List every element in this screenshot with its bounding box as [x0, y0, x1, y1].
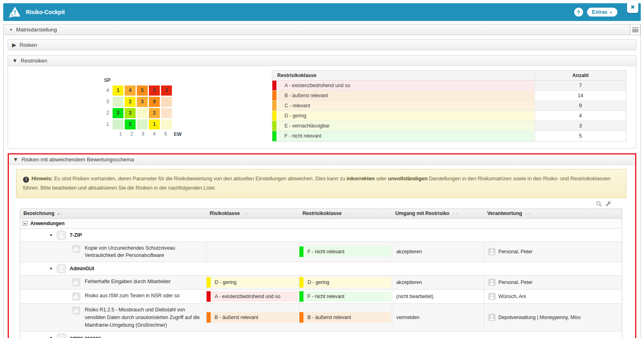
- verantwortung-value: Personal, Peter: [498, 280, 533, 285]
- notice-text: Es sind Risiken vorhanden, deren Paramet…: [53, 175, 347, 182]
- matrix-cell[interactable]: 3: [137, 97, 148, 107]
- risk-icon: [72, 244, 81, 253]
- matrix-cell[interactable]: 5: [137, 86, 148, 96]
- class-color-bar: [207, 312, 211, 323]
- risk-row[interactable]: Risiko R1.2.5 - Missbrauch und Diebstahl…: [20, 304, 622, 332]
- summary-header-row: Restrisikoklasse Anzahl: [272, 71, 626, 81]
- risiko-cockpit-window: Risiko-Cockpit ? Extras ✖ Matrixdarstell…: [0, 0, 644, 338]
- summary-row-d[interactable]: D - gering 4: [272, 111, 626, 121]
- matrix-cell: [161, 97, 172, 107]
- umgang-value: akzeptieren: [392, 275, 484, 290]
- close-icon: ✖: [631, 4, 635, 10]
- sort-icons[interactable]: [243, 212, 249, 215]
- matrix-row: 1 2 1: [102, 119, 182, 129]
- risiken-title: Risiken: [19, 42, 37, 48]
- matrix-col-label: 3: [138, 131, 148, 138]
- matrix-col-label: 4: [149, 131, 159, 138]
- summary-row-a[interactable]: A - existenzbedrohend und so 7: [272, 81, 626, 91]
- matrix-cell[interactable]: 1: [149, 119, 160, 129]
- sort-icons[interactable]: [345, 212, 351, 215]
- matrix-col-label: 1: [115, 131, 125, 138]
- table-header-row: Bezeichnung Risikoklasse Restrisikoklass…: [20, 209, 622, 218]
- restrisikoklasse-chip: F - nicht relevant: [299, 291, 391, 302]
- class-color-bar: [207, 291, 211, 302]
- matrix-cell[interactable]: 2: [161, 86, 172, 96]
- extras-label: Extras: [592, 9, 607, 15]
- abweichend-header[interactable]: Risiken mit abweichendem Bewertungsschem…: [9, 154, 635, 165]
- search-button[interactable]: [596, 200, 602, 208]
- warning-notice: !Hinweis: Es sind Risiken vorhanden, der…: [16, 169, 626, 198]
- umgang-value: (nicht bearbeitet): [392, 290, 484, 304]
- matrix-cell[interactable]: 3: [113, 108, 123, 118]
- summary-row-c[interactable]: C - relevant 9: [272, 101, 626, 111]
- matrix-cell[interactable]: 4: [125, 86, 136, 96]
- collapse-caret-icon[interactable]: ▼: [49, 267, 53, 271]
- summary-row-b[interactable]: B - äußerst relevant 14: [272, 91, 626, 101]
- umgang-value: akzeptieren: [392, 242, 484, 262]
- matrix-cell[interactable]: 2: [125, 97, 136, 107]
- app-row-admingui[interactable]: ▼ AdminGUI: [20, 262, 622, 275]
- collapse-minus-icon[interactable]: [23, 221, 27, 226]
- risk-row[interactable]: Risiko aus ISM zum Testen in NSR oder so…: [20, 290, 622, 304]
- risk-row[interactable]: Kopie von Unzureichendes Schutzniveau Ve…: [20, 242, 622, 262]
- class-label: F - nicht relevant: [284, 133, 321, 139]
- table-view-button[interactable]: [630, 25, 640, 35]
- person-icon: [488, 248, 496, 255]
- highlighted-section: Risiken mit abweichendem Bewertungsschem…: [8, 153, 636, 338]
- summary-row-f[interactable]: F - nicht relevant 5: [272, 131, 626, 141]
- column-header-verantwortung[interactable]: Verantwortung: [484, 209, 622, 218]
- matrix-cell[interactable]: 1: [113, 86, 123, 96]
- sort-icons[interactable]: [525, 212, 531, 215]
- risikoklasse-chip: B - äußerst relevant: [207, 312, 298, 323]
- settings-button[interactable]: [606, 200, 612, 208]
- sort-icons[interactable]: [452, 212, 458, 215]
- column-header-umgang[interactable]: Umgang mit Restrisiko: [392, 209, 484, 218]
- collapse-caret-icon[interactable]: ▼: [49, 233, 53, 237]
- app-label: agree access: [70, 335, 101, 338]
- risiken-header[interactable]: Risiken: [8, 40, 636, 50]
- column-header-restrisikoklasse: Restrisikoklasse: [272, 71, 535, 80]
- class-count: 4: [535, 111, 626, 121]
- group-row-anwendungen[interactable]: Anwendungen: [20, 218, 622, 228]
- matrix-cell[interactable]: 2: [149, 108, 160, 118]
- risk-name: Risiko aus ISM zum Testen in NSR oder so: [85, 292, 204, 300]
- close-button[interactable]: ✖: [627, 1, 638, 13]
- risk-name: Fehlerhafte Eingaben durch Mitarbeiter: [85, 278, 204, 286]
- sort-icons[interactable]: [57, 212, 63, 215]
- matrix-cell[interactable]: 3: [125, 108, 136, 118]
- class-count: 9: [535, 101, 626, 111]
- app-label: 7-ZIP: [70, 232, 82, 238]
- risk-row[interactable]: Fehlerhafte Eingaben durch Mitarbeiter D…: [20, 275, 622, 290]
- column-header-bezeichnung[interactable]: Bezeichnung: [20, 209, 207, 218]
- notice-text: oder: [375, 175, 388, 182]
- class-color-bar: [299, 277, 303, 288]
- matrix-cell[interactable]: 9: [149, 97, 160, 107]
- column-header-restrisikoklasse[interactable]: Restrisikoklasse: [299, 209, 392, 218]
- matrix-row: 3 2 3 9: [102, 97, 182, 107]
- app-row-agree-access[interactable]: ▼ agree access: [20, 332, 622, 338]
- class-color-bar: [299, 246, 303, 257]
- matrixdarstellung-header[interactable]: Matrixdarstellung: [4, 25, 630, 35]
- extras-menu-button[interactable]: Extras: [587, 8, 617, 17]
- class-label: A - existenzbedrohend und so: [284, 83, 350, 88]
- matrix-row: 4 1 4 5 5 2: [102, 86, 182, 96]
- collapse-caret-icon[interactable]: ▼: [49, 336, 53, 338]
- help-button[interactable]: ?: [574, 8, 583, 17]
- matrix-cell[interactable]: 5: [149, 86, 160, 96]
- risk-logo-icon: [9, 6, 21, 18]
- umgang-value: vermeiden: [392, 304, 484, 332]
- restrisiken-header[interactable]: Restrisiken: [8, 56, 636, 66]
- matrix-cell: [137, 108, 148, 118]
- column-header-risikoklasse[interactable]: Risikoklasse: [207, 209, 299, 218]
- class-label: E - vernachlässigbar: [284, 123, 330, 129]
- matrix-col-label: 5: [161, 131, 171, 138]
- class-count: 5: [535, 131, 626, 141]
- matrix-x-axis: 1 2 3 4 5 EW: [102, 131, 182, 138]
- risikoklasse-chip: A - existenzbedrohend und so: [207, 291, 298, 302]
- app-row-7zip[interactable]: ▼ 7-ZIP: [20, 228, 622, 242]
- matrix-cell[interactable]: 2: [125, 119, 136, 129]
- matrix-row-label: 3: [102, 97, 109, 107]
- matrix-row-label: 2: [102, 108, 109, 118]
- application-icon: [56, 333, 66, 338]
- summary-row-e[interactable]: E - vernachlässigbar 3: [272, 121, 626, 131]
